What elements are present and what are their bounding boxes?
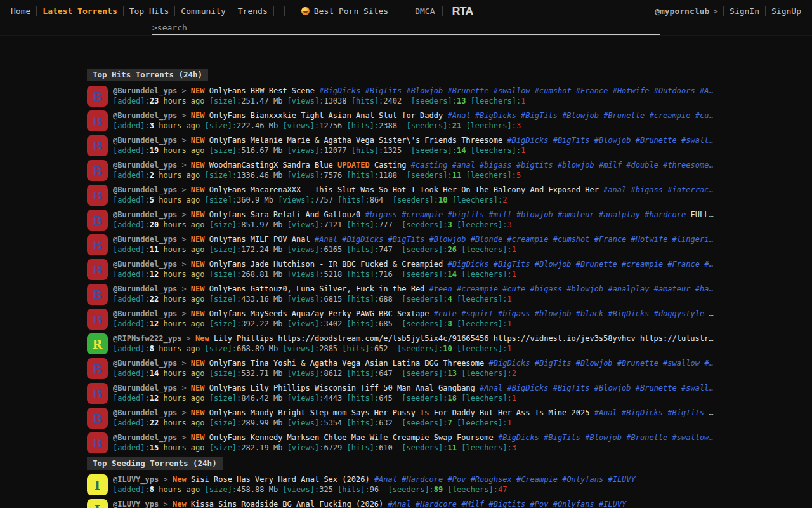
hashtag-link[interactable]: #BigTits xyxy=(553,136,590,145)
torrent-link[interactable]: @Burunddel_yps > NEW Onlyfans MILF POV A… xyxy=(113,234,751,244)
hashtag-link[interactable]: #Blowjob xyxy=(594,136,631,145)
hashtag-link[interactable]: #swallow xyxy=(494,86,530,95)
hashtag-link[interactable]: #Brunette xyxy=(603,111,645,120)
hashtag-link[interactable]: #amateur xyxy=(558,210,594,219)
user-avatar[interactable]: R xyxy=(87,333,108,354)
torrent-link[interactable]: @Burunddel_yps > NEW OnlyFans Gattouz0, … xyxy=(113,284,751,294)
user-avatar[interactable]: I xyxy=(87,474,108,495)
hashtag-link[interactable]: #Brunette xyxy=(636,384,677,392)
hashtag-link[interactable]: #blowjob xyxy=(566,284,603,293)
hashtag-link[interactable]: #Brunette xyxy=(617,359,658,368)
uploader-name[interactable]: @Burunddel_yps xyxy=(113,235,177,244)
hashtag-link[interactable]: #swall… xyxy=(681,384,714,392)
hashtag-link[interactable]: #Blowjob xyxy=(594,384,631,392)
uploader-name[interactable]: @Burunddel_yps xyxy=(113,309,177,318)
hashtag-link[interactable]: #BigTits xyxy=(388,235,425,244)
nav-item-top-hits[interactable]: Top Hits xyxy=(124,6,175,16)
hashtag-link[interactable]: #milf xyxy=(599,161,622,170)
torrent-link[interactable]: @Burunddel_yps > NEW OnlyFans Bianxxxkie… xyxy=(113,110,751,121)
torrent-link[interactable]: @Burunddel_yps > NEW Onlyfans Sara Retal… xyxy=(113,210,751,220)
torrent-link[interactable]: @ILUVY_yps > New Sisi Rose Has Very Hard… xyxy=(113,474,751,485)
torrent-link[interactable]: @Burunddel_yps > NEW WoodmanCastingX San… xyxy=(113,160,751,170)
hashtag-link[interactable]: #anal xyxy=(603,185,626,194)
nav-item-latest-torrents[interactable]: Latest Torrents xyxy=(37,6,122,16)
hashtag-link[interactable]: #Blowjob xyxy=(576,359,613,368)
hashtag-link[interactable]: #bigass xyxy=(530,284,563,293)
hashtag-link[interactable]: #BigDicks xyxy=(342,235,383,244)
hashtag-link[interactable]: #bigass xyxy=(631,185,663,194)
hashtag-link[interactable]: #BigDicks xyxy=(319,86,360,95)
hashtag-link[interactable]: #blowjob xyxy=(535,309,572,318)
hashtag-link[interactable]: #BigDicks xyxy=(622,408,663,417)
uploader-name[interactable]: @Burunddel_yps xyxy=(113,136,177,145)
hashtag-link[interactable]: #ILUVY xyxy=(608,475,635,484)
nav-item-trends[interactable]: Trends xyxy=(232,6,273,16)
hashtag-link[interactable]: #Onlyfans xyxy=(553,500,594,508)
uploader-name[interactable]: @ILUVY_yps xyxy=(113,475,159,484)
hashtag-link[interactable]: #cute xyxy=(434,309,457,318)
hashtag-link[interactable]: #casting xyxy=(411,161,448,170)
torrent-link[interactable]: @Burunddel_yps > NEW Onlyfans MaySeeds A… xyxy=(113,309,751,319)
uploader-name[interactable]: @Burunddel_yps xyxy=(113,210,177,219)
hashtag-link[interactable]: #Anal xyxy=(447,111,470,120)
user-avatar[interactable]: B xyxy=(87,432,108,453)
hashtag-link[interactable]: #blowjob xyxy=(516,210,553,219)
hashtag-link[interactable]: #cu… xyxy=(695,111,714,120)
hashtag-link[interactable]: #Blowjob xyxy=(429,235,466,244)
hashtag-link[interactable]: #cute xyxy=(502,284,525,293)
hashtag-link[interactable]: #Hotwife xyxy=(631,235,668,244)
hashtag-link[interactable]: #swall… xyxy=(681,136,714,145)
user-avatar[interactable]: B xyxy=(87,185,108,206)
hashtag-link[interactable]: #Hardcore xyxy=(402,475,443,484)
hashtag-link[interactable]: #France xyxy=(594,235,627,244)
uploader-name[interactable]: @Burunddel_yps xyxy=(113,185,177,194)
hashtag-link[interactable]: #Anal xyxy=(315,235,337,244)
signup-link[interactable]: SignUp xyxy=(766,6,807,16)
nav-item-community[interactable]: Community xyxy=(175,6,231,16)
hashtag-link[interactable]: #Roughsex xyxy=(471,475,512,484)
hashtag-link[interactable]: #bigtits xyxy=(448,210,485,219)
user-avatar[interactable]: B xyxy=(87,210,108,231)
hashtag-link[interactable]: #milf xyxy=(489,210,512,219)
hashtag-link[interactable]: #BigDicks xyxy=(608,309,649,318)
hashtag-link[interactable]: #BigTits xyxy=(494,260,530,269)
hashtag-link[interactable]: #creampie xyxy=(457,284,498,293)
user-avatar[interactable]: B xyxy=(87,160,108,181)
nav-item-home[interactable]: Home xyxy=(5,6,36,16)
hashtag-link[interactable]: #… xyxy=(704,359,713,368)
hashtag-link[interactable]: #Pov xyxy=(448,475,466,484)
hashtag-link[interactable]: #… xyxy=(704,260,713,269)
hashtag-link[interactable]: #Blonde xyxy=(471,235,503,244)
account-label[interactable]: @mypornclub xyxy=(655,6,709,16)
hashtag-link[interactable]: #Blowjob xyxy=(562,111,599,120)
hashtag-link[interactable]: #lingeri… xyxy=(672,235,714,244)
hashtag-link[interactable]: #BigTits xyxy=(553,384,590,392)
user-avatar[interactable]: B xyxy=(87,110,108,131)
user-avatar[interactable]: I xyxy=(87,499,108,508)
hashtag-link[interactable]: #BigDicks xyxy=(498,433,539,442)
hashtag-link[interactable]: #analplay xyxy=(599,210,640,219)
hashtag-link[interactable]: #swallow xyxy=(663,359,700,368)
torrent-link[interactable]: @Burunddel_yps > NEW OnlyFans Mandy Brig… xyxy=(113,408,751,418)
hashtag-link[interactable]: #Anal xyxy=(594,408,617,417)
user-avatar[interactable]: B xyxy=(87,86,108,107)
best-porn-sites-link[interactable]: Best Porn Sites xyxy=(301,6,388,16)
hashtag-link[interactable]: #Bigtits xyxy=(489,500,526,508)
hashtag-link[interactable]: #bigass xyxy=(480,161,512,170)
signin-link[interactable]: SignIn xyxy=(724,6,765,16)
user-avatar[interactable]: B xyxy=(87,408,108,429)
torrent-link[interactable]: @Burunddel_yps > NEW OnlyFans BBW Best S… xyxy=(113,86,751,96)
hashtag-link[interactable]: #Pov xyxy=(530,500,549,508)
hashtag-link[interactable]: #creampie xyxy=(622,260,663,269)
uploader-name[interactable]: @Burunddel_yps xyxy=(113,260,177,269)
hashtag-link[interactable]: #cumshot xyxy=(535,86,572,95)
hashtag-link[interactable]: #BigDicks xyxy=(489,359,530,368)
hashtag-link[interactable]: #anal xyxy=(452,161,475,170)
hashtag-link[interactable]: #BigTits xyxy=(535,359,572,368)
hashtag-link[interactable]: #double xyxy=(626,161,658,170)
uploader-name[interactable]: @RIPNsfw222_yps xyxy=(113,334,181,343)
torrent-link[interactable]: @Burunddel_yps > NEW OnlyFans Lily Phill… xyxy=(113,383,751,393)
hashtag-link[interactable]: #Blowjob xyxy=(585,433,622,442)
uploader-name[interactable]: @Burunddel_yps xyxy=(113,284,177,293)
hashtag-link[interactable]: #ILUVY xyxy=(599,500,626,508)
